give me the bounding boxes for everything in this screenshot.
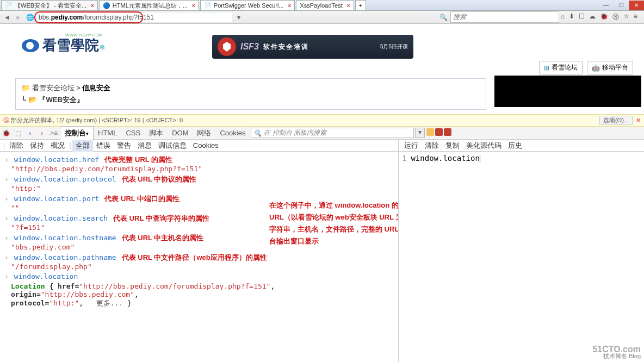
tab-2[interactable]: 📄PortSwigger Web Securi...× <box>200 0 295 10</box>
back-button[interactable]: ◄ <box>2 13 12 22</box>
annotation: 代表 URL 中文件路径（web应用程序）的属性 <box>122 253 267 261</box>
breadcrumb: 📁 看雪安全论坛 > 信息安全 └ 📂 『WEB安全』 <box>15 78 486 110</box>
sub-history[interactable]: 历史 <box>505 140 525 152</box>
command[interactable]: window.location.href <box>14 155 100 164</box>
command[interactable]: window.location.port <box>14 195 100 203</box>
annotation: 代表 URL 中端口的属性 <box>104 195 179 203</box>
command[interactable]: window.location.protocol <box>14 175 116 183</box>
result: "http:" <box>11 184 394 192</box>
close-icon[interactable] <box>444 128 451 136</box>
tab-3[interactable]: XssPayloadTest× <box>296 0 354 10</box>
command-editor[interactable]: 1window.location <box>398 152 644 362</box>
page-content: WWW.PEDIY.COM 看雪學院❄ ISF3 软件安全培训 5月5日开课 ⊞… <box>0 24 644 114</box>
watermark: 51CTO.com 技术博客 Blog <box>592 346 641 360</box>
console-entry: › window.location.href代表完整 URL 的属性"http:… <box>4 155 394 173</box>
sub-warnings[interactable]: 警告 <box>114 140 134 152</box>
console-entry: › window.location.protocol代表 URL 中协议的属性"… <box>4 174 394 192</box>
sub-copy[interactable]: 复制 <box>442 140 463 152</box>
console-output[interactable]: › window.location.href代表完整 URL 的属性"http:… <box>0 152 398 362</box>
minimize-icon[interactable] <box>426 128 434 136</box>
new-tab-button[interactable]: + <box>355 0 366 10</box>
console-entry: › window.location.pathname代表 URL 中文件路径（w… <box>4 253 394 271</box>
close-icon[interactable]: × <box>192 3 195 9</box>
download-icon[interactable]: ⬇ <box>569 13 574 22</box>
window-controls: — ☐ ✕ <box>598 1 644 10</box>
tab-cookies[interactable]: Cookies <box>215 127 250 139</box>
tab-html[interactable]: HTML <box>94 127 121 139</box>
snow-icon: ❄ <box>99 43 106 52</box>
sub-clear[interactable]: 清除 <box>6 140 27 152</box>
sub-cookies[interactable]: Cookies <box>190 140 222 151</box>
eye-icon <box>22 39 39 52</box>
tab-dom[interactable]: DOM <box>168 127 193 139</box>
address-bar: ◄ ► 🌐 bbs.pediy.com/forumdisplay.php?f=1… <box>0 11 644 24</box>
firebug-tabs: 控制台▾ HTML CSS 脚本 DOM 网络 Cookies <box>60 127 250 139</box>
minimize-button[interactable]: — <box>598 1 614 10</box>
result: "/forumdisplay.php" <box>11 263 394 271</box>
close-icon[interactable]: × <box>91 3 94 9</box>
mobile-button[interactable]: 🤖移动平台 <box>587 61 633 74</box>
close-icon[interactable]: × <box>347 3 350 9</box>
star-icon[interactable]: ☆ <box>623 13 629 22</box>
close-button[interactable]: ✕ <box>629 1 644 10</box>
firebug-window-controls <box>425 127 453 139</box>
console-subbar: | 清除 保持 概况 | 全部 错误 警告 消息 调试信息 Cookies <box>0 140 398 152</box>
tab-script[interactable]: 脚本 <box>145 127 168 140</box>
cmd-subbar: 运行 清除 复制 美化源代码 历史 <box>398 140 644 152</box>
inspect-icon[interactable]: ⬚ <box>12 127 24 139</box>
ad-banner[interactable]: ISF3 软件安全培训 5月5日开课 <box>212 35 413 59</box>
maximize-button[interactable]: ☐ <box>614 1 629 10</box>
firebug-icon[interactable]: 🐞 <box>0 127 12 139</box>
site-logo[interactable]: WWW.PEDIY.COM 看雪學院❄ <box>22 36 106 55</box>
folder-icon: 📁 <box>21 84 30 92</box>
windows-forum-button[interactable]: ⊞看雪论坛 <box>539 61 583 74</box>
cmd-icon[interactable]: >≡ <box>48 127 60 139</box>
sub-errors[interactable]: 错误 <box>93 140 114 152</box>
tab-0[interactable]: 📄【WEB安全】 - 看雪安全...× <box>1 0 98 10</box>
search-input[interactable]: 搜索 <box>450 11 559 23</box>
forward-button[interactable]: ► <box>14 13 23 22</box>
shield-icon <box>218 38 236 56</box>
bookmark-icon[interactable]: ☐ <box>579 13 585 22</box>
sub-run[interactable]: 运行 <box>401 140 422 152</box>
home-icon[interactable]: ⌂ <box>561 13 565 22</box>
command[interactable]: window.location.pathname <box>14 253 116 261</box>
identity-icon[interactable]: 🌐 <box>25 13 35 22</box>
platform-buttons: ⊞看雪论坛 🤖移动平台 <box>539 61 633 74</box>
firebug-icon[interactable]: 🐞 <box>600 13 608 22</box>
options-button[interactable]: 选项(O)... <box>599 116 633 125</box>
close-icon[interactable]: ✕ <box>636 117 641 124</box>
tab-console[interactable]: 控制台▾ <box>60 126 94 140</box>
menu-icon[interactable]: ≡ <box>634 13 637 22</box>
tab-css[interactable]: CSS <box>121 127 145 139</box>
firebug-body: › window.location.href代表完整 URL 的属性"http:… <box>0 152 644 362</box>
forward-icon[interactable]: › <box>36 127 48 139</box>
command[interactable]: window.location.search <box>14 214 108 222</box>
sub-all[interactable]: 全部 <box>72 140 93 152</box>
sub-pretty[interactable]: 美化源代码 <box>463 140 505 152</box>
browser-tab-bar: 📄【WEB安全】 - 看雪安全...× 🔵HTML元素属性测试总结，...× 📄… <box>0 0 644 11</box>
url-input[interactable]: bbs.pediy.com/forumdisplay.php?f=151 <box>36 13 232 22</box>
noscript-bar: Ⓢ 部分允许的脚本, 1/2 (pediy.com) | <SCRIPT>: 1… <box>0 114 644 127</box>
android-icon: 🤖 <box>592 64 600 72</box>
search-icon: 🔍 <box>253 129 262 137</box>
sub-clear[interactable]: 清除 <box>422 140 442 152</box>
command[interactable]: window.location <box>14 272 78 280</box>
feed-icon[interactable]: ☁ <box>589 13 596 22</box>
dropdown-icon[interactable]: ▾ <box>234 13 244 22</box>
tab-1[interactable]: 🔵HTML元素属性测试总结，...× <box>99 0 199 10</box>
page-icon: 📄 <box>204 2 212 9</box>
firebug-search[interactable]: 🔍在 控制台 面板内搜索 <box>251 128 414 138</box>
back-icon[interactable]: ‹ <box>24 127 36 139</box>
close-icon[interactable]: × <box>288 3 292 9</box>
sub-persist[interactable]: 保持 <box>27 140 47 152</box>
sub-profile[interactable]: 概况 <box>47 140 68 152</box>
location-object: Location { href="http://bbs.pediy.com/fo… <box>11 282 394 308</box>
popout-icon[interactable] <box>435 128 443 136</box>
sub-debug[interactable]: 调试信息 <box>155 140 190 152</box>
noscript-icon[interactable]: Ⓢ <box>612 13 619 22</box>
sub-info[interactable]: 消息 <box>134 140 155 152</box>
command[interactable]: window.location.hostname <box>14 234 116 242</box>
tab-net[interactable]: 网络 <box>193 127 215 140</box>
search-dropdown[interactable]: ▾ <box>415 128 425 138</box>
